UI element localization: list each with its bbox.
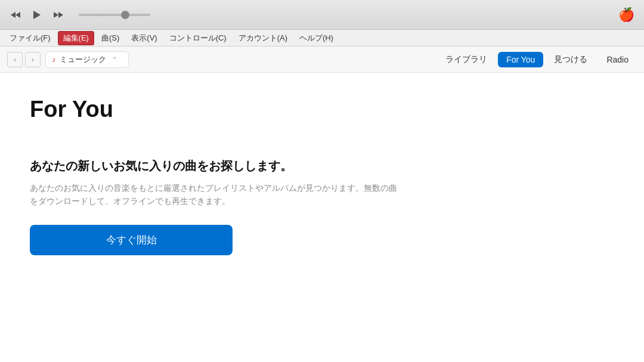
promo-section: あなたの新しいお気に入りの曲をお探しします。 あなたのお気に入りの音楽をもとに厳…	[30, 158, 447, 255]
svg-marker-0	[11, 12, 16, 18]
tab-discover[interactable]: 見つける	[546, 51, 596, 68]
apple-logo: 🍎	[618, 7, 634, 23]
location-text: ミュージック	[60, 54, 106, 65]
menu-account[interactable]: アカウント(A)	[234, 32, 292, 45]
nav-location[interactable]: ♪ ミュージック ⌃	[45, 51, 129, 68]
nav-arrows: ‹ ›	[7, 52, 41, 67]
volume-thumb	[121, 11, 129, 19]
main-content: For You あなたの新しいお気に入りの曲をお探しします。 あなたのお気に入り…	[0, 73, 644, 362]
page-title: For You	[30, 97, 614, 122]
menu-song[interactable]: 曲(S)	[97, 32, 124, 45]
play-button[interactable]	[29, 7, 45, 23]
rewind-button[interactable]	[7, 7, 24, 23]
forward-button[interactable]: ›	[25, 52, 41, 67]
nav-bar: ‹ › ♪ ミュージック ⌃ ライブラリ For You 見つける Radio	[0, 47, 644, 73]
svg-marker-3	[54, 12, 58, 18]
menu-edit[interactable]: 編集(E)	[58, 31, 94, 45]
music-icon: ♪	[52, 55, 56, 64]
menu-help[interactable]: ヘルプ(H)	[295, 32, 338, 45]
menu-controls[interactable]: コントロール(C)	[165, 32, 231, 45]
svg-marker-1	[16, 12, 20, 18]
volume-slider[interactable]	[79, 14, 150, 16]
fast-forward-button[interactable]	[50, 7, 67, 23]
nav-tabs: ライブラリ For You 見つける Radio	[437, 51, 637, 68]
tab-library[interactable]: ライブラリ	[437, 51, 496, 68]
transport-controls	[7, 7, 150, 23]
menu-view[interactable]: 表示(V)	[126, 32, 162, 45]
back-button[interactable]: ‹	[7, 52, 23, 67]
svg-marker-2	[33, 11, 41, 19]
start-button[interactable]: 今すぐ開始	[30, 225, 233, 255]
promo-description: あなたのお気に入りの音楽をもとに厳選されたプレイリストやアルバムが見つかります。…	[30, 181, 400, 208]
title-bar: 🍎	[0, 0, 644, 30]
menu-bar: ファイル(F) 編集(E) 曲(S) 表示(V) コントロール(C) アカウント…	[0, 30, 644, 47]
menu-file[interactable]: ファイル(F)	[5, 32, 55, 45]
tab-radio[interactable]: Radio	[598, 52, 637, 67]
svg-marker-4	[58, 12, 63, 18]
tab-foryou[interactable]: For You	[498, 52, 543, 67]
promo-heading: あなたの新しいお気に入りの曲をお探しします。	[30, 158, 447, 174]
volume-slider-container	[79, 14, 150, 16]
chevron-down-icon: ⌃	[112, 56, 117, 63]
